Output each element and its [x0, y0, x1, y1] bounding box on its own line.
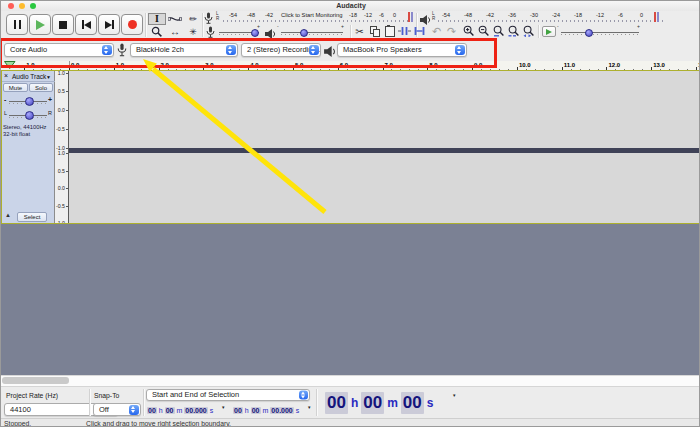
time-digits[interactable]: 00	[147, 407, 157, 414]
timeline-minor-tick	[580, 69, 581, 71]
zoom-toggle-button[interactable]	[522, 25, 535, 37]
record-button[interactable]	[121, 14, 143, 35]
waveform-area[interactable]	[69, 71, 700, 223]
dropdown-arrow-icon	[129, 405, 139, 415]
cut-button[interactable]: ✂	[353, 25, 366, 37]
collapse-track-button[interactable]: ▲	[5, 212, 11, 218]
time-unit: h	[351, 396, 358, 410]
selection-start-time[interactable]: 00h00m00.000s	[146, 404, 214, 416]
slider-thumb[interactable]	[25, 111, 34, 120]
recording-device-select[interactable]: BlackHole 2ch	[130, 43, 238, 57]
channel-divider	[69, 148, 700, 153]
timeline-label: 4.0	[250, 62, 258, 68]
panel-divider	[1, 81, 55, 82]
stop-button[interactable]	[52, 14, 74, 35]
track-close-button[interactable]: ×	[4, 72, 8, 79]
time-digits[interactable]: 00.000	[270, 407, 293, 414]
trim-audio-button[interactable]	[398, 25, 411, 37]
pan-right-label: R	[48, 110, 52, 116]
recording-channels-select[interactable]: 2 (Stereo) Recording...	[241, 43, 321, 57]
timeline-ruler[interactable]: 1.00.01.02.03.04.05.06.07.08.09.010.011.…	[1, 61, 700, 71]
time-digits[interactable]: 00.000	[184, 407, 207, 414]
playback-device-select[interactable]: MacBook Pro Speakers	[337, 43, 467, 57]
playback-volume-slider[interactable]: - +	[281, 27, 343, 37]
vruler-label: -0.5	[56, 126, 65, 132]
envelope-tool-button[interactable]	[166, 13, 184, 25]
time-digits[interactable]: 00	[165, 407, 175, 414]
zoom-tool-button[interactable]	[148, 26, 166, 38]
slider-thumb[interactable]	[300, 29, 308, 37]
vruler-tick	[66, 153, 68, 154]
gain-slider[interactable]: - +	[3, 95, 53, 107]
time-format-dropdown-icon[interactable]: ▾	[222, 404, 225, 410]
audio-position-time[interactable]: 00h00m00s	[323, 390, 434, 415]
timeline-pin-icon[interactable]	[4, 61, 16, 69]
redo-button[interactable]: ↷	[445, 25, 458, 37]
selection-mode-select[interactable]: Start and End of Selection	[146, 389, 310, 401]
timeline-minor-tick	[598, 69, 599, 71]
skip-to-start-button[interactable]	[75, 14, 97, 35]
playback-meter[interactable]: -54-48-42-36-30-24-18-12-60	[438, 12, 663, 24]
scrollbar-thumb[interactable]	[2, 377, 69, 384]
audio-host-select[interactable]: Core Audio	[4, 43, 114, 57]
toolbar-divider	[89, 389, 91, 416]
zoom-fit-button[interactable]	[507, 25, 520, 37]
timeline-minor-tick	[284, 69, 285, 71]
tracks-background[interactable]	[1, 224, 700, 375]
timeline-minor-tick	[302, 69, 303, 71]
time-digits[interactable]: 00	[401, 392, 424, 414]
toolbar-divider	[316, 389, 318, 416]
time-digits[interactable]: 00	[233, 407, 243, 414]
vruler-label: 0.0	[58, 185, 65, 191]
draw-tool-button[interactable]: ✏	[184, 13, 202, 25]
time-format-dropdown-icon[interactable]: ▾	[453, 392, 456, 398]
meter-scale-label: -18	[349, 12, 357, 18]
paste-button[interactable]	[383, 25, 396, 37]
pan-slider[interactable]: L R	[3, 109, 53, 121]
time-digits[interactable]: 00	[251, 407, 261, 414]
timeline-label: 11.0	[564, 62, 575, 68]
zoom-in-button[interactable]	[462, 25, 475, 37]
play-speed-slider[interactable]: - +	[561, 27, 639, 37]
undo-button[interactable]: ↶	[430, 25, 443, 37]
multi-tool-button[interactable]: ✳	[184, 26, 202, 38]
selection-end-time[interactable]: 00h00m00.000s	[232, 404, 300, 416]
copy-button[interactable]	[368, 25, 381, 37]
solo-button[interactable]: Solo	[29, 83, 53, 92]
recording-meter[interactable]: -54-48-42Click to Start Monitoring-18-12…	[223, 12, 414, 24]
time-digits[interactable]: 00	[325, 392, 348, 414]
slider-thumb[interactable]	[25, 97, 34, 106]
time-shift-tool-button[interactable]: ↔	[166, 26, 184, 38]
zoom-selection-button[interactable]	[492, 25, 505, 37]
track-format-info: Stereo, 44100Hz 32-bit float	[3, 124, 47, 137]
timeline-minor-tick	[51, 69, 52, 71]
play-button[interactable]	[29, 14, 51, 35]
mute-button[interactable]: Mute	[3, 83, 28, 92]
slider-thumb[interactable]	[251, 29, 259, 37]
horizontal-scrollbar[interactable]	[1, 375, 700, 386]
track-menu-icon[interactable]: ▼	[46, 74, 51, 80]
skip-to-end-button[interactable]	[98, 14, 120, 35]
meter-scale-label: -36	[508, 12, 516, 18]
device-toolbar: Core Audio BlackHole 2ch 2 (Stereo) Reco…	[1, 39, 700, 61]
microphone-icon	[204, 12, 213, 25]
selection-toolbar: Project Rate (Hz) 44100 Snap-To Off Star…	[1, 386, 700, 418]
selection-tool-button[interactable]: I	[148, 13, 166, 25]
track-title[interactable]: Audio Track	[12, 73, 46, 80]
time-unit: s	[427, 396, 434, 410]
slider-plus-label: +	[637, 23, 640, 29]
track-select-button[interactable]: Select	[17, 212, 47, 222]
silence-audio-button[interactable]	[413, 25, 426, 37]
zoom-out-button[interactable]	[477, 25, 490, 37]
play-at-speed-button[interactable]	[542, 26, 556, 37]
time-format-dropdown-icon[interactable]: ▾	[308, 404, 311, 410]
recording-device-mic	[117, 43, 127, 61]
vertical-ruler[interactable]: 1.00.50.0-0.5-1.01.00.50.0-0.5-1.0	[55, 71, 69, 223]
pause-button[interactable]	[6, 14, 28, 35]
monitor-text[interactable]: Click to Start Monitoring	[281, 12, 343, 18]
slider-thumb[interactable]	[585, 29, 593, 37]
timeline-minor-tick	[141, 69, 142, 71]
snap-to-select[interactable]: Off	[93, 403, 141, 416]
time-digits[interactable]: 00	[361, 392, 384, 414]
recording-volume-slider[interactable]: +	[219, 27, 259, 37]
